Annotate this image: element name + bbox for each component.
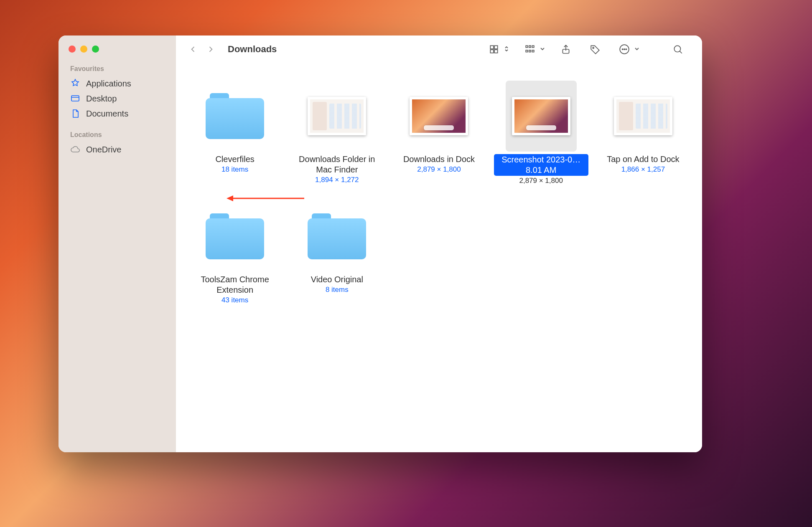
back-button[interactable] xyxy=(186,42,200,56)
image-thumbnail xyxy=(301,81,372,152)
svg-point-17 xyxy=(626,49,626,50)
image-thumbnail xyxy=(403,81,474,152)
view-mode-control[interactable] xyxy=(485,40,510,58)
svg-point-15 xyxy=(622,49,623,50)
file-item[interactable]: Cleverfiles18 items xyxy=(185,76,285,190)
sidebar-item-documents[interactable]: Documents xyxy=(63,106,172,121)
file-name-label: Cleverfiles xyxy=(215,154,254,165)
sidebar: Favourites Applications Desktop Document… xyxy=(59,35,176,452)
sidebar-item-label: Applications xyxy=(86,79,131,89)
share-icon xyxy=(557,40,575,58)
file-name-label: Video Original xyxy=(311,274,363,285)
image-thumbnail xyxy=(608,81,679,152)
action-menu-button[interactable] xyxy=(615,40,640,58)
file-item[interactable]: Tap on Add to Dock1,866 × 1,257 xyxy=(593,76,693,190)
file-name-label: Tap on Add to Dock xyxy=(607,154,679,165)
chevron-down-icon xyxy=(634,46,640,53)
sidebar-item-desktop[interactable]: Desktop xyxy=(63,91,172,106)
desktop-icon xyxy=(70,94,80,104)
file-subtitle: 43 items xyxy=(221,296,248,304)
sidebar-section-favourites: Favourites xyxy=(63,63,172,76)
sidebar-item-applications[interactable]: Applications xyxy=(63,76,172,91)
file-subtitle: 1,894 × 1,272 xyxy=(315,176,359,184)
finder-window: Favourites Applications Desktop Document… xyxy=(59,35,702,452)
applications-icon xyxy=(70,79,80,89)
sidebar-item-onedrive[interactable]: OneDrive xyxy=(63,142,172,157)
main-pane: Downloads xyxy=(176,35,702,452)
svg-rect-4 xyxy=(490,50,494,53)
forward-button[interactable] xyxy=(204,42,218,56)
sidebar-item-label: Documents xyxy=(86,109,128,119)
ellipsis-circle-icon xyxy=(615,40,634,58)
share-button[interactable] xyxy=(557,40,575,58)
tag-icon xyxy=(586,40,604,58)
tags-button[interactable] xyxy=(586,40,604,58)
toolbar: Downloads xyxy=(176,35,702,63)
folder-icon xyxy=(199,201,270,272)
svg-rect-3 xyxy=(494,46,498,49)
svg-rect-2 xyxy=(490,46,494,49)
folder-icon xyxy=(199,81,270,152)
svg-point-16 xyxy=(624,49,625,50)
window-title: Downloads xyxy=(228,44,277,55)
sidebar-section-locations: Locations xyxy=(63,129,172,142)
window-controls xyxy=(63,46,172,53)
svg-rect-8 xyxy=(532,46,534,47)
file-name-label: Downloads Folder in Mac Finder xyxy=(293,154,381,175)
file-item[interactable]: Downloads Folder in Mac Finder1,894 × 1,… xyxy=(287,76,387,190)
image-thumbnail xyxy=(506,81,577,152)
chevron-down-icon xyxy=(540,46,546,53)
file-name-label: Screenshot 2023-0…8.01 AM xyxy=(494,154,588,176)
search-button[interactable] xyxy=(669,40,687,58)
svg-rect-9 xyxy=(526,50,527,52)
icon-view-icon xyxy=(485,40,503,58)
svg-point-18 xyxy=(674,46,680,52)
file-item[interactable]: Downloads in Dock2,879 × 1,800 xyxy=(389,76,489,190)
close-window-button[interactable] xyxy=(69,46,76,53)
cloud-icon xyxy=(70,144,80,155)
search-icon xyxy=(669,40,687,58)
file-subtitle: 2,879 × 1,800 xyxy=(417,165,461,174)
sidebar-item-label: Desktop xyxy=(86,94,117,104)
sidebar-item-label: OneDrive xyxy=(86,145,121,155)
folder-icon xyxy=(301,201,372,272)
file-subtitle: 1,866 × 1,257 xyxy=(621,165,665,174)
zoom-window-button[interactable] xyxy=(92,46,99,53)
file-name-label: Downloads in Dock xyxy=(403,154,475,165)
file-item[interactable]: ToolsZam Chrome Extension43 items xyxy=(185,196,285,309)
group-by-control[interactable] xyxy=(521,40,546,58)
svg-rect-11 xyxy=(532,50,534,52)
svg-rect-6 xyxy=(526,46,527,47)
file-subtitle: 2,879 × 1,800 xyxy=(519,177,563,185)
svg-point-13 xyxy=(593,47,594,48)
file-grid-area: Cleverfiles18 itemsDownloads Folder in M… xyxy=(176,63,702,452)
file-name-label: ToolsZam Chrome Extension xyxy=(191,274,279,295)
minimize-window-button[interactable] xyxy=(80,46,87,53)
file-subtitle: 8 items xyxy=(326,286,349,294)
svg-rect-7 xyxy=(529,46,531,47)
group-icon xyxy=(521,40,539,58)
svg-rect-0 xyxy=(71,96,79,101)
desktop-wallpaper: Favourites Applications Desktop Document… xyxy=(0,0,812,527)
chevron-updown-icon xyxy=(504,46,510,53)
svg-rect-10 xyxy=(529,50,531,52)
file-item[interactable]: Video Original8 items xyxy=(287,196,387,309)
documents-icon xyxy=(70,109,80,119)
svg-rect-5 xyxy=(494,50,498,53)
svg-line-19 xyxy=(680,51,682,53)
file-item[interactable]: Screenshot 2023-0…8.01 AM2,879 × 1,800 xyxy=(491,76,591,190)
file-subtitle: 18 items xyxy=(221,165,248,174)
